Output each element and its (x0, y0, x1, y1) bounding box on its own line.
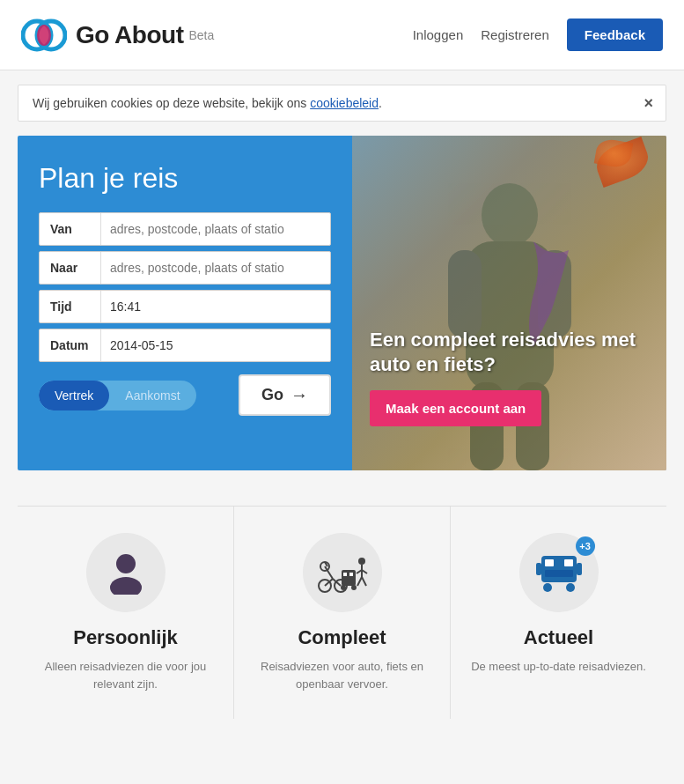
svg-rect-31 (564, 559, 573, 566)
tijd-input[interactable] (101, 291, 330, 322)
cookie-link[interactable]: cookiebeleid (310, 96, 379, 110)
svg-rect-35 (536, 563, 541, 575)
promo-box: Een compleet reisadvies met auto en fiet… (352, 136, 666, 470)
van-label: Van (40, 213, 101, 245)
svg-rect-20 (349, 573, 353, 576)
arrow-right-icon: → (291, 385, 308, 405)
svg-point-23 (358, 558, 365, 565)
feature-title-compleet: Compleet (252, 626, 432, 649)
feature-actueel: +3 Actueel De meest up-to-date reisadvie… (451, 507, 666, 719)
login-link[interactable]: Inloggen (413, 27, 464, 42)
cookie-close-button[interactable]: × (644, 94, 653, 113)
svg-point-34 (566, 583, 575, 592)
svg-point-22 (351, 585, 357, 590)
header: Go About Beta Inloggen Registreren Feedb… (0, 0, 684, 70)
svg-line-27 (357, 577, 362, 586)
svg-rect-32 (545, 570, 573, 577)
van-row: Van (39, 212, 331, 246)
svg-point-3 (482, 183, 538, 247)
cookie-text: Wij gebruiken cookies op deze website, b… (33, 96, 310, 110)
svg-rect-36 (577, 563, 582, 575)
svg-point-2 (37, 25, 51, 46)
datum-input[interactable] (101, 329, 330, 361)
feature-icon-compleet-wrap (303, 533, 382, 612)
vertrek-button[interactable]: Vertrek (39, 381, 109, 410)
logo-text: Go About (76, 21, 183, 49)
form-bottom: Vertrek Aankomst Go → (39, 374, 331, 416)
feature-compleet: Compleet Reisadviezen voor auto, fiets e… (234, 507, 451, 719)
feature-desc-actueel: De meest up-to-date reisadviezen. (468, 658, 649, 676)
svg-rect-30 (545, 559, 554, 566)
main-content: Plan je reis Van Naar Tijd Datum Vertrek… (18, 136, 666, 470)
person-icon (104, 551, 148, 595)
datum-row: Datum (39, 329, 331, 362)
svg-rect-5 (448, 250, 482, 338)
van-input[interactable] (101, 213, 330, 245)
go-button[interactable]: Go → (239, 374, 331, 416)
feature-persoonlijk: Persoonlijk Alleen reisadviezen die voor… (18, 507, 234, 719)
register-link[interactable]: Registreren (481, 27, 549, 42)
logo-beta: Beta (188, 28, 214, 42)
promo-overlay: Een compleet reisadvies met auto en fiet… (370, 328, 649, 426)
transport-icon (316, 551, 369, 595)
svg-point-9 (116, 554, 136, 573)
svg-line-28 (362, 577, 366, 586)
feature-icon-actueel-wrap: +3 (519, 533, 599, 612)
feature-desc-compleet: Reisadviezen voor auto, fiets en openbaa… (252, 658, 432, 692)
logo-area: Go About Beta (21, 12, 413, 58)
plan-title: Plan je reis (39, 162, 331, 195)
logo-icon (21, 12, 67, 58)
nav-area: Inloggen Registreren Feedback (413, 18, 663, 51)
feature-desc-persoonlijk: Alleen reisadviezen die voor jou relevan… (35, 658, 216, 692)
naar-row: Naar (39, 251, 331, 285)
go-label: Go (261, 386, 283, 404)
aankomst-button[interactable]: Aankomst (109, 381, 195, 410)
feature-title-persoonlijk: Persoonlijk (35, 626, 216, 649)
promo-cta-button[interactable]: Maak een account aan (370, 390, 541, 426)
feature-icon-persoonlijk-wrap (86, 533, 165, 612)
tijd-label: Tijd (40, 291, 101, 322)
feature-title-actueel: Actueel (468, 626, 649, 649)
svg-point-21 (341, 585, 346, 590)
cookie-banner: Wij gebruiken cookies op deze website, b… (18, 85, 666, 122)
svg-point-10 (110, 577, 142, 595)
svg-rect-19 (343, 573, 347, 576)
tijd-row: Tijd (39, 290, 331, 323)
bus-icon (536, 552, 582, 593)
naar-label: Naar (40, 252, 101, 284)
toggle-group: Vertrek Aankomst (39, 381, 196, 410)
naar-input[interactable] (101, 252, 330, 284)
svg-rect-18 (342, 570, 356, 586)
datum-label: Datum (40, 329, 101, 361)
features-section: Persoonlijk Alleen reisadviezen die voor… (18, 506, 666, 719)
feedback-button[interactable]: Feedback (567, 18, 663, 51)
promo-text: Een compleet reisadvies met auto en fiet… (370, 328, 649, 378)
plan-box: Plan je reis Van Naar Tijd Datum Vertrek… (18, 136, 352, 470)
actueel-badge: +3 (576, 536, 595, 556)
svg-point-33 (543, 583, 552, 592)
